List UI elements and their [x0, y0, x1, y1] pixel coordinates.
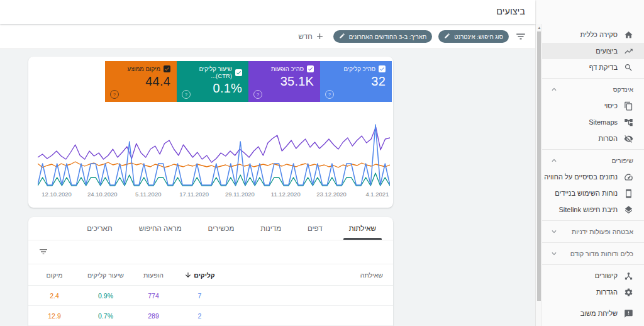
search-console-performance-page: { "page": { "title": "ביצועים" }, "filte… [0, 0, 644, 326]
links-icon [624, 271, 633, 281]
sidebar-section-label: כלים ודוחות מדור קודם [570, 250, 633, 257]
cell-position: 12.9 [28, 312, 80, 320]
filter-chip-date-range[interactable]: תאריך: ב-3 החודשים האחרונים [333, 30, 433, 43]
tab-devices[interactable]: מכשירים [195, 217, 248, 240]
sidebar-section-improvements[interactable]: שיפורים [542, 152, 644, 169]
sidebar-item-label: תיבת חיפוש Sitelink [559, 206, 618, 213]
table-row[interactable]: 22890.7%12.9 [28, 306, 393, 326]
sitemaps-icon [624, 118, 633, 127]
check-icon [236, 70, 242, 76]
sidebar-item-coverage[interactable]: כיסוי [542, 98, 644, 114]
sidebar-item-performance[interactable]: ביצועים [542, 43, 644, 59]
sidebar-item-label: כיסוי [604, 102, 618, 110]
sidebar-divider [542, 242, 644, 243]
x-axis-label: 12.10.2020 [42, 191, 72, 198]
sidebar-section-label: שיפורים [611, 157, 633, 164]
sidebar-item-label: בדיקת דף [589, 64, 618, 71]
feedback-icon [624, 309, 633, 318]
sidebar-divider [542, 264, 644, 265]
sidebar-section-legacy-tools[interactable]: כלים ודוחות מדור קודם [542, 245, 644, 262]
tab-queries[interactable]: שאילתות [336, 217, 389, 240]
sidebar-item-label: נוחות השימוש בניידים [555, 189, 618, 197]
x-axis-label: 23.12.2020 [316, 191, 347, 198]
metric-cards-row: סה"כ קליקים32?סה"כ הופעות35.1K?שיעור קלי… [105, 61, 392, 102]
metric-card-value: 44.4 [111, 74, 170, 89]
filter-bar: סוג חיפוש: אינטרנט תאריך: ב-3 החודשים הא… [0, 25, 535, 49]
sidebar-item-sitemaps[interactable]: Sitemaps [542, 114, 644, 130]
sidebar-item-label: הגדרות [596, 288, 618, 296]
chevron-down-icon [550, 249, 558, 258]
performance-icon [624, 47, 633, 56]
help-icon[interactable]: ? [253, 90, 262, 99]
metric-checkbox-icon[interactable] [164, 65, 170, 72]
home-icon [624, 30, 633, 40]
cell-ctr: 0.9% [80, 292, 131, 300]
scrollbar-thumb[interactable] [537, 31, 541, 301]
tab-dates[interactable]: תאריכים [74, 217, 126, 240]
dimension-tabs: שאילתותדפיםמדינותמכשיריםמראה החיפושתאריכ… [28, 217, 393, 240]
sidebar-item-label: נתונים בסיסיים על החוויה באינטר... [542, 173, 618, 181]
sidebar-item-label: הסרות [598, 135, 618, 142]
sidebar-item-sitelinks-searchbox[interactable]: תיבת חיפוש Sitelink [542, 201, 644, 218]
metric-checkbox-icon[interactable] [307, 65, 314, 72]
table-body: 77740.9%2.422890.7%12.9 [28, 286, 393, 326]
sidebar-item-feedback[interactable]: שליחת משוב [542, 305, 644, 322]
plus-icon [315, 31, 325, 41]
scrollbar[interactable]: ▲ [535, 24, 542, 326]
sidebar-item-settings[interactable]: הגדרות [542, 284, 644, 300]
table-row[interactable]: 77740.9%2.4 [28, 286, 393, 306]
new-filter-label: חדש [298, 33, 312, 40]
filter-chip-search-type[interactable]: סוג חיפוש: אינטרנט [438, 30, 509, 43]
arrow-down-icon [184, 271, 192, 279]
filter-list-icon [38, 247, 48, 257]
column-header-query[interactable]: שאילתה [223, 271, 393, 279]
sidebar-divider [542, 149, 644, 150]
metric-card-impressions[interactable]: סה"כ הופעות35.1K? [248, 61, 320, 102]
sidebar-item-url-inspection[interactable]: בדיקת דף [542, 59, 644, 76]
help-icon[interactable]: ? [182, 90, 191, 99]
plus-icon [315, 31, 325, 42]
metric-checkbox-icon[interactable] [235, 69, 242, 76]
column-header-position[interactable]: מיקום [28, 271, 80, 279]
performance-line-chart[interactable] [38, 120, 390, 189]
tab-countries[interactable]: מדינות [247, 217, 294, 240]
sitelinks-searchbox-icon [624, 205, 633, 215]
x-axis-label: 11.12.2020 [271, 191, 301, 198]
sidebar-section-index[interactable]: אינדקס [542, 81, 644, 98]
column-header-ctr[interactable]: שיעור קליקים [80, 271, 131, 279]
sidebar-item-core-web-vitals[interactable]: נתונים בסיסיים על החוויה באינטר... [542, 169, 644, 185]
help-icon[interactable]: ? [110, 90, 119, 99]
metric-card-value: 32 [326, 74, 386, 89]
sidebar-item-overview[interactable]: סקירה כללית [542, 26, 644, 43]
sidebar-section-label: אבטחה ופעולות ידניות [572, 228, 633, 235]
metric-card-clicks[interactable]: סה"כ קליקים32? [320, 61, 392, 102]
edit-icon [444, 33, 450, 40]
help-icon[interactable]: ? [325, 90, 334, 99]
metric-checkbox-icon[interactable] [379, 65, 386, 72]
tab-search-appearance[interactable]: מראה החיפוש [126, 217, 195, 240]
sidebar-section-security-manual-actions[interactable]: אבטחה ופעולות ידניות [542, 223, 644, 240]
cell-impressions: 289 [131, 312, 176, 320]
metric-card-ctr[interactable]: שיעור קליקים (CTR)...0.1%? [177, 61, 248, 102]
filter-chip-label: תאריך: ב-3 החודשים האחרונים [349, 33, 427, 40]
filter-list-icon[interactable] [515, 31, 526, 42]
chart-x-axis: 12.10.202024.10.20205.11.202017.11.20202… [38, 191, 390, 200]
metric-card-position[interactable]: מיקום ממוצע44.4? [105, 61, 177, 102]
chevron-up-icon [550, 156, 558, 165]
sidebar-item-label: קישורים [595, 272, 618, 279]
column-header-clicks[interactable]: קליקים [176, 271, 223, 279]
coverage-icon [624, 101, 633, 111]
new-filter-button[interactable]: חדש [298, 31, 324, 42]
column-header-impressions[interactable]: הופעות [131, 271, 176, 279]
x-axis-label: 4.1.2021 [365, 191, 389, 198]
check-icon [164, 66, 170, 72]
sidebar-item-removals[interactable]: הסרות [542, 130, 644, 147]
sidebar-item-mobile-usability[interactable]: נוחות השימוש בניידים [542, 185, 644, 201]
table-filter-icon[interactable] [38, 247, 48, 257]
cell-position: 2.4 [28, 292, 80, 300]
sidebar-section-label: אינדקס [613, 86, 633, 93]
sidebar-item-links[interactable]: קישורים [542, 267, 644, 284]
tab-pages[interactable]: דפים [294, 217, 336, 240]
settings-icon [624, 288, 633, 297]
sidebar-item-label: Sitemaps [589, 118, 618, 126]
